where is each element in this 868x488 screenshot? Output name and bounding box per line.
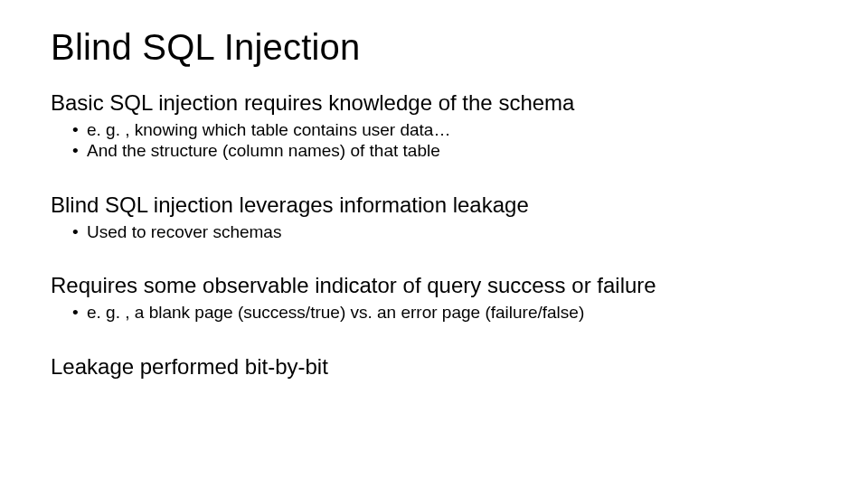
section-2-heading: Blind SQL injection leverages informatio…: [51, 192, 817, 218]
section-3-bullets: e. g. , a blank page (success/true) vs. …: [51, 302, 817, 324]
list-item: e. g. , knowing which table contains use…: [87, 119, 817, 141]
section-3: Requires some observable indicator of qu…: [51, 273, 817, 323]
list-item: And the structure (column names) of that…: [87, 140, 817, 162]
list-item: e. g. , a blank page (success/true) vs. …: [87, 302, 817, 324]
section-4: Leakage performed bit-by-bit: [51, 354, 817, 380]
section-1: Basic SQL injection requires knowledge o…: [51, 90, 817, 162]
slide: Blind SQL Injection Basic SQL injection …: [0, 0, 868, 488]
section-4-heading: Leakage performed bit-by-bit: [51, 354, 817, 380]
section-2: Blind SQL injection leverages informatio…: [51, 192, 817, 242]
section-1-heading: Basic SQL injection requires knowledge o…: [51, 90, 817, 116]
section-3-heading: Requires some observable indicator of qu…: [51, 273, 817, 298]
section-2-bullets: Used to recover schemas: [51, 221, 817, 243]
slide-title: Blind SQL Injection: [51, 27, 817, 67]
list-item: Used to recover schemas: [87, 221, 817, 243]
section-1-bullets: e. g. , knowing which table contains use…: [51, 119, 817, 163]
